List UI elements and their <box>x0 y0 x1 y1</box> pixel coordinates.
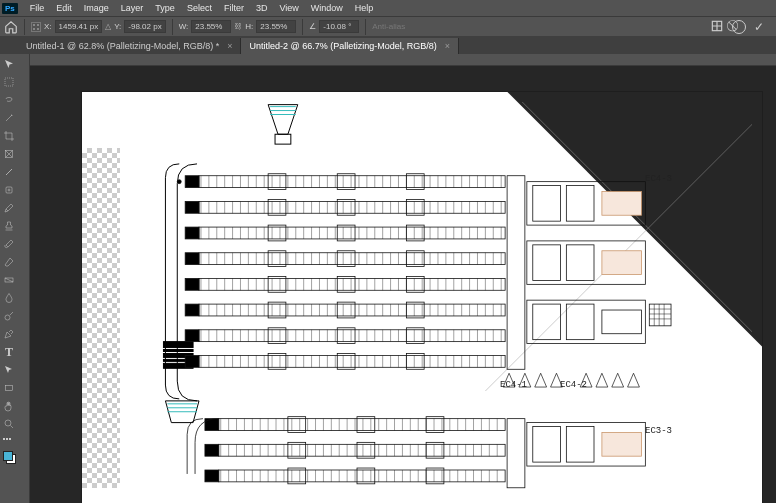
brush-tool[interactable] <box>1 200 17 216</box>
w-value[interactable]: 23.55% <box>191 20 231 33</box>
menu-filter[interactable]: Filter <box>218 3 250 13</box>
svg-point-7 <box>5 420 11 426</box>
eyedropper-tool[interactable] <box>1 164 17 180</box>
svg-rect-22 <box>199 201 505 213</box>
interpolation-label: Anti-alias <box>372 22 405 31</box>
x-value[interactable]: 1459.41 px <box>55 20 103 33</box>
menu-file[interactable]: File <box>24 3 51 13</box>
lasso-tool[interactable] <box>1 92 17 108</box>
menu-layer[interactable]: Layer <box>115 3 150 13</box>
triangle-icon: △ <box>105 22 111 31</box>
svg-rect-6 <box>6 386 13 391</box>
canvas-stage[interactable]: EC4-3 EC4-1 EC4-2 EC3-3 <box>18 54 776 503</box>
svg-rect-66 <box>602 251 642 275</box>
zoom-tool[interactable] <box>1 416 17 432</box>
menu-window[interactable]: Window <box>305 3 349 13</box>
svg-rect-27 <box>199 227 505 239</box>
ruler-vertical[interactable] <box>18 54 30 503</box>
app-badge: Ps <box>2 3 18 14</box>
close-icon[interactable]: × <box>445 41 450 51</box>
tab-title: Untitled-1 @ 62.8% (Palletizing-Model, R… <box>26 41 219 51</box>
tab-untitled-1[interactable]: Untitled-1 @ 62.8% (Palletizing-Model, R… <box>18 38 241 54</box>
rectangle-tool[interactable] <box>1 380 17 396</box>
gradient-tool[interactable] <box>1 272 17 288</box>
h-label: H: <box>245 22 253 31</box>
menu-select[interactable]: Select <box>181 3 218 13</box>
svg-rect-37 <box>199 278 505 290</box>
svg-rect-71 <box>219 419 505 431</box>
divider <box>365 19 366 35</box>
svg-rect-47 <box>199 330 505 342</box>
type-tool[interactable]: T <box>1 344 17 360</box>
h-value[interactable]: 23.55% <box>256 20 296 33</box>
commit-transform-icon[interactable]: ✓ <box>754 20 764 34</box>
svg-rect-12 <box>163 350 193 352</box>
eraser-tool[interactable] <box>1 254 17 270</box>
path-tool[interactable] <box>1 362 17 378</box>
color-swatches[interactable] <box>1 449 17 465</box>
frame-tool[interactable] <box>1 146 17 162</box>
link-wh-icon[interactable]: ⛓ <box>234 22 242 31</box>
crop-tool[interactable] <box>1 128 17 144</box>
svg-rect-67 <box>533 304 561 340</box>
transparency-edge <box>82 148 120 488</box>
y-value[interactable]: -98.02 px <box>124 20 165 33</box>
menu-3d[interactable]: 3D <box>250 3 274 13</box>
menubar: Ps File Edit Image Layer Type Select Fil… <box>0 0 776 16</box>
hand-tool[interactable] <box>1 398 17 414</box>
dodge-tool[interactable] <box>1 308 17 324</box>
warp-mode-icon[interactable] <box>710 19 724 35</box>
divider <box>172 19 173 35</box>
cancel-transform-icon[interactable]: ⃠ <box>732 20 746 34</box>
svg-rect-46 <box>185 304 199 316</box>
tab-untitled-2[interactable]: Untitled-2 @ 66.7% (Palletizing-Model, R… <box>241 38 458 54</box>
edit-toolbar-icon[interactable] <box>3 438 15 444</box>
svg-rect-1 <box>5 78 13 86</box>
svg-rect-68 <box>566 304 594 340</box>
wand-tool[interactable] <box>1 110 17 126</box>
svg-rect-42 <box>199 304 505 316</box>
svg-rect-10 <box>275 134 291 144</box>
divider <box>302 19 303 35</box>
stamp-tool[interactable] <box>1 218 17 234</box>
heal-tool[interactable] <box>1 182 17 198</box>
marquee-tool[interactable] <box>1 74 17 90</box>
svg-rect-65 <box>566 245 594 281</box>
svg-rect-90 <box>602 432 642 456</box>
svg-line-8 <box>485 102 752 391</box>
svg-rect-36 <box>185 253 199 265</box>
menu-type[interactable]: Type <box>149 3 181 13</box>
artboard[interactable]: EC4-3 EC4-1 EC4-2 EC3-3 <box>82 92 762 503</box>
options-bar: X: 1459.41 px △ Y: -98.02 px W: 23.55% ⛓… <box>0 16 776 36</box>
svg-rect-41 <box>185 278 199 290</box>
svg-rect-88 <box>533 427 561 463</box>
menu-edit[interactable]: Edit <box>50 3 78 13</box>
svg-rect-56 <box>185 355 199 367</box>
svg-rect-63 <box>602 192 642 216</box>
svg-rect-20 <box>185 176 199 188</box>
svg-rect-86 <box>507 419 525 488</box>
angle-label: ∠ <box>309 22 316 31</box>
svg-rect-64 <box>533 245 561 281</box>
y-label: Y: <box>114 22 121 31</box>
svg-rect-32 <box>199 253 505 265</box>
menu-image[interactable]: Image <box>78 3 115 13</box>
pen-tool[interactable] <box>1 326 17 342</box>
angle-value[interactable]: -10.08 ° <box>319 20 359 33</box>
svg-rect-69 <box>602 310 642 334</box>
menu-help[interactable]: Help <box>349 3 380 13</box>
reference-point-icon[interactable] <box>31 22 41 32</box>
svg-rect-80 <box>205 444 219 456</box>
history-brush-tool[interactable] <box>1 236 17 252</box>
move-tool[interactable] <box>1 56 17 72</box>
svg-rect-85 <box>205 470 219 482</box>
svg-rect-70 <box>649 304 671 326</box>
svg-point-21 <box>177 180 181 184</box>
ruler-horizontal[interactable] <box>18 54 776 66</box>
svg-rect-31 <box>185 227 199 239</box>
close-icon[interactable]: × <box>227 41 232 51</box>
blur-tool[interactable] <box>1 290 17 306</box>
svg-rect-16 <box>199 176 505 188</box>
home-icon[interactable] <box>4 20 18 34</box>
menu-view[interactable]: View <box>273 3 304 13</box>
